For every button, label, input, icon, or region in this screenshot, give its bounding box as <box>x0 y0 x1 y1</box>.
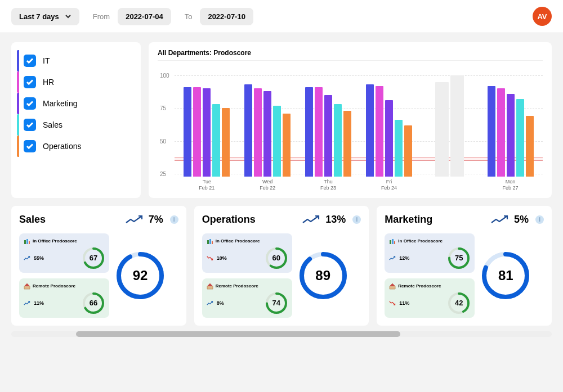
card-header: Sales 7% i <box>19 214 178 226</box>
in-office-minicard: In Office Prodoscore 55% 67 <box>19 233 109 273</box>
chart-body: 255075100 <box>158 64 543 177</box>
department-card-marketing: Marketing 5% i In Office Prodoscore 12% … <box>377 206 552 326</box>
chart-x-labels: TueFeb 21WedFeb 22ThuFeb 23FriFeb 24MonF… <box>158 177 543 191</box>
card-header: Marketing 5% i <box>385 214 544 226</box>
bar-group <box>481 75 539 177</box>
svg-rect-19 <box>392 239 394 244</box>
legend-label: HR <box>43 78 54 87</box>
to-date-picker[interactable]: 2022-07-10 <box>200 8 253 25</box>
bar <box>488 86 495 177</box>
from-date-picker[interactable]: 2022-07-04 <box>118 8 171 25</box>
bar <box>222 108 230 177</box>
mini-score-value: 67 <box>82 247 105 269</box>
legend-item-hr[interactable]: HR <box>17 71 135 93</box>
avatar[interactable]: AV <box>533 7 552 26</box>
bar <box>334 104 342 177</box>
trend-up-icon <box>24 255 30 262</box>
home-icon <box>207 283 213 290</box>
chevron-down-icon <box>65 13 72 20</box>
legend-item-operations[interactable]: Operations <box>17 136 135 157</box>
mini-label: Remote Prodoscore <box>24 283 105 290</box>
big-score-ring: 89 <box>299 251 347 300</box>
to-date-value: 2022-07-10 <box>208 12 245 21</box>
trend-up-icon <box>207 300 213 307</box>
x-tick: TueFeb 21 <box>178 179 236 191</box>
department-card-operations: Operations 13% i In Office Prodoscore 10… <box>194 206 369 326</box>
home-icon <box>389 283 396 290</box>
mini-pct: 12% <box>399 255 409 261</box>
scrollbar-thumb[interactable] <box>76 331 400 337</box>
checkbox-icon[interactable] <box>24 55 36 67</box>
checkbox-icon[interactable] <box>24 119 36 131</box>
big-score-value: 81 <box>481 251 530 300</box>
mini-label: Remote Prodoscore <box>389 283 470 290</box>
x-tick: MonFeb 27 <box>481 179 539 191</box>
trend-up-icon <box>490 214 510 224</box>
mini-score-ring: 66 <box>82 292 105 314</box>
mini-label: Remote Prodoscore <box>207 283 288 290</box>
mini-pct: 8% <box>217 300 224 306</box>
bar <box>526 116 534 177</box>
avatar-initials: AV <box>537 12 547 21</box>
mini-score-value: 42 <box>448 292 470 314</box>
bar <box>263 91 271 177</box>
in-office-minicard: In Office Prodoscore 10% 60 <box>202 233 292 273</box>
svg-rect-10 <box>209 239 211 244</box>
horizontal-scrollbar[interactable] <box>11 331 552 337</box>
big-score-ring: 81 <box>481 251 530 300</box>
bar <box>184 87 191 177</box>
x-tick: WedFeb 22 <box>239 179 297 191</box>
card-trend-pct: 13% <box>325 214 346 226</box>
department-card-sales: Sales 7% i In Office Prodoscore 55% 67 R… <box>11 206 186 326</box>
bar-group <box>300 75 358 177</box>
remote-minicard: Remote Prodoscore 8% 74 <box>202 278 292 318</box>
mini-pct: 10% <box>217 255 227 261</box>
bar <box>385 100 393 177</box>
date-range-label: Last 7 days <box>19 12 59 21</box>
mini-score-ring: 74 <box>265 292 288 314</box>
home-icon <box>24 283 30 290</box>
card-title: Marketing <box>385 214 486 226</box>
mini-pct: 11% <box>399 300 409 306</box>
legend-label: Operations <box>43 142 81 151</box>
info-icon[interactable]: i <box>170 215 178 224</box>
x-tick <box>421 179 479 191</box>
checkbox-icon[interactable] <box>24 97 36 110</box>
top-bar: Last 7 days From 2022-07-04 To 2022-07-1… <box>0 0 563 33</box>
info-icon[interactable]: i <box>535 215 544 224</box>
legend-item-sales[interactable]: Sales <box>17 114 135 136</box>
trend-up-icon <box>125 214 144 224</box>
mini-score-value: 60 <box>265 247 288 269</box>
card-title: Operations <box>202 214 298 226</box>
legend-item-marketing[interactable]: Marketing <box>17 93 135 114</box>
office-icon <box>207 238 213 245</box>
mini-score-value: 66 <box>82 292 105 314</box>
big-score-value: 89 <box>299 251 347 300</box>
bar <box>193 87 201 177</box>
date-range-dropdown[interactable]: Last 7 days <box>11 8 79 25</box>
mini-score-value: 74 <box>265 292 288 314</box>
bar-group <box>239 75 297 177</box>
bar <box>507 94 515 177</box>
mini-label: In Office Prodoscore <box>24 238 105 245</box>
svg-rect-1 <box>26 239 28 244</box>
mini-pct: 11% <box>34 300 44 306</box>
bar <box>343 111 351 177</box>
checkbox-icon[interactable] <box>24 76 36 88</box>
checkbox-icon[interactable] <box>24 140 36 152</box>
card-trend-pct: 7% <box>149 214 163 226</box>
bar <box>324 95 332 177</box>
bar <box>404 125 412 177</box>
legend-label: IT <box>43 56 50 65</box>
mini-score-ring: 42 <box>448 292 470 314</box>
trend-up-icon <box>24 300 30 307</box>
office-icon <box>24 238 30 245</box>
department-legend-card: IT HR Marketing Sales Operations <box>11 42 141 198</box>
big-score-ring: 92 <box>116 251 164 300</box>
info-icon[interactable]: i <box>352 215 361 224</box>
in-office-minicard: In Office Prodoscore 12% 75 <box>385 233 475 273</box>
x-tick: ThuFeb 23 <box>300 179 358 191</box>
mini-score-ring: 60 <box>265 247 288 269</box>
svg-rect-18 <box>390 240 391 244</box>
legend-item-it[interactable]: IT <box>17 50 135 71</box>
